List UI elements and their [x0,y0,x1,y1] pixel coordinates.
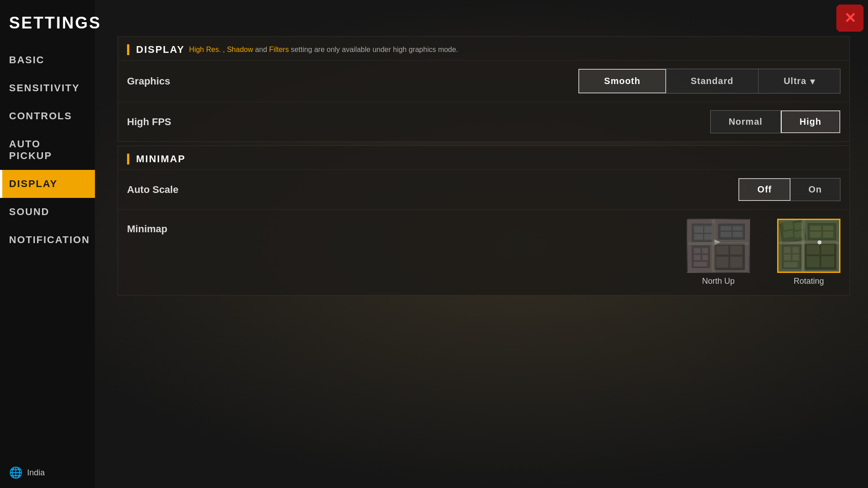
minimap-rotating-option[interactable]: Rotating [777,219,840,286]
minimap-north-up-option[interactable]: North Up [687,219,750,286]
sidebar-item-controls[interactable]: CONTROLS [0,102,95,130]
sidebar-item-sensitivity[interactable]: SENSITIVITY [0,74,95,102]
svg-rect-45 [807,256,820,267]
svg-rect-32 [810,225,821,230]
minimap-label: Minimap [127,219,687,235]
display-section-title: DISPLAY [136,44,184,56]
svg-rect-40 [793,254,799,260]
svg-rect-21 [730,257,742,267]
svg-rect-2 [694,226,703,233]
sidebar-item-sound[interactable]: SOUND [0,198,95,226]
close-button[interactable]: ✕ [836,5,863,32]
main-content: DISPLAY High Res. , Shadow and Filters s… [118,36,850,461]
dropdown-icon: ▾ [810,76,815,87]
svg-rect-24 [688,242,749,245]
graphics-smooth-btn[interactable]: Smooth [578,69,666,94]
svg-rect-15 [702,255,708,260]
ultra-label: Ultra [783,76,807,86]
svg-rect-37 [784,247,791,253]
minimap-options: North Up [687,219,840,286]
svg-rect-8 [733,226,742,231]
svg-rect-46 [821,256,835,267]
minimap-section-title: MINIMAP [136,153,185,165]
globe-icon: 🌐 [9,466,23,479]
sidebar-item-notification[interactable]: NOTIFICATION [0,226,95,254]
svg-rect-14 [694,255,701,260]
rotating-map-svg [778,220,839,272]
display-header: DISPLAY High Res. , Shadow and Filters s… [118,37,849,60]
graphics-standard-btn[interactable]: Standard [666,69,759,93]
region-label: India [27,468,45,478]
notice-suffix: setting are only available under high gr… [291,46,458,53]
sidebar: SETTINGS BASIC SENSITIVITY CONTROLS AUTO… [0,0,95,488]
notice-highlight2: Filters [269,46,289,53]
settings-title: SETTINGS [0,9,95,46]
autoscale-toggle-group: Off On [738,178,840,201]
svg-point-49 [818,241,821,244]
svg-rect-4 [694,234,703,240]
fps-toggle-group: Normal High [710,110,840,133]
svg-rect-44 [821,245,835,254]
notice-highlight1: High Res. , Shadow [189,46,253,53]
minimap-section-bar [127,154,129,164]
svg-rect-35 [823,232,833,238]
graphics-ultra-btn[interactable]: Ultra ▾ [759,69,840,93]
fps-label: High FPS [127,116,710,128]
graphics-toggle-group: Smooth Standard Ultra ▾ [578,69,840,94]
svg-rect-19 [730,246,742,254]
minimap-north-up-thumb [687,219,750,273]
minimap-rotating-thumb [777,219,840,273]
display-section: DISPLAY High Res. , Shadow and Filters s… [118,36,850,142]
autoscale-row: Auto Scale Off On [118,169,849,209]
fps-normal-btn[interactable]: Normal [711,111,781,133]
svg-rect-23 [712,220,716,272]
minimap-row: Minimap [118,209,849,295]
minimap-header: MINIMAP [118,146,849,169]
svg-rect-34 [810,232,821,238]
autoscale-label: Auto Scale [127,184,738,196]
svg-rect-20 [716,257,728,267]
sidebar-item-auto-pickup[interactable]: AUTO PICKUP [0,130,95,170]
close-icon: ✕ [844,11,856,25]
fps-row: High FPS Normal High [118,102,849,141]
svg-rect-10 [733,232,742,237]
svg-rect-48 [779,242,839,244]
sidebar-footer: 🌐 India [0,457,95,488]
svg-rect-18 [716,246,728,254]
svg-rect-43 [807,245,820,254]
svg-rect-3 [704,226,712,233]
svg-rect-41 [784,262,797,267]
svg-rect-13 [702,248,708,253]
graphics-label: Graphics [127,75,578,87]
display-section-bar [127,44,129,55]
svg-rect-33 [823,225,833,230]
svg-rect-16 [694,262,707,267]
svg-rect-47 [802,220,805,272]
svg-rect-7 [721,226,731,231]
autoscale-on-btn[interactable]: On [790,178,840,201]
svg-rect-38 [793,247,799,253]
display-notice: High Res. , Shadow and Filters setting a… [189,46,458,54]
svg-rect-5 [704,234,712,240]
autoscale-off-btn[interactable]: Off [738,178,791,201]
north-up-map-svg [688,220,749,272]
sidebar-item-display[interactable]: DISPLAY [0,170,95,198]
minimap-section: MINIMAP Auto Scale Off On Minimap [118,145,850,296]
svg-rect-39 [784,254,791,260]
fps-high-btn[interactable]: High [781,110,840,133]
minimap-rotating-label: Rotating [793,277,824,286]
minimap-north-up-label: North Up [702,277,735,286]
svg-rect-12 [694,248,701,253]
graphics-row: Graphics Smooth Standard Ultra ▾ [118,60,849,102]
notice-middle: and [255,46,269,53]
svg-rect-9 [721,232,731,237]
sidebar-item-basic[interactable]: BASIC [0,46,95,74]
